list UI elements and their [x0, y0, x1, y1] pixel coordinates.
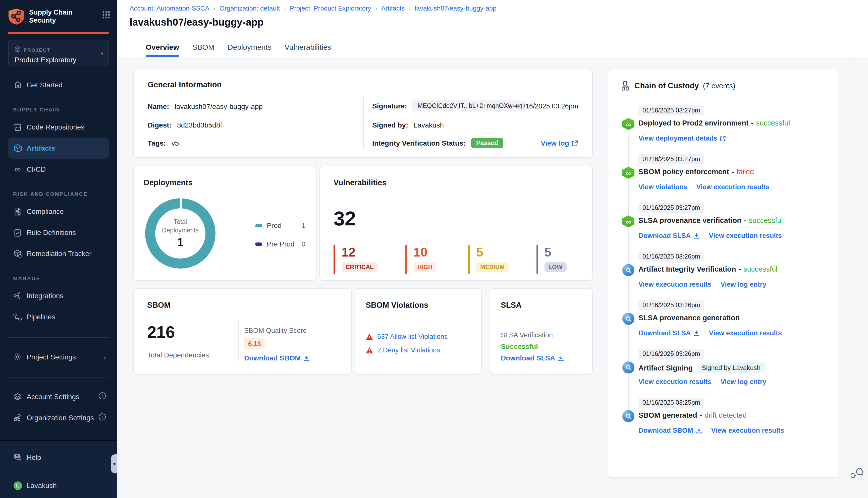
signed-by-label: Signed by:: [372, 121, 408, 129]
card-title: SBOM: [147, 301, 170, 310]
breadcrumb-link[interactable]: Project: Product Exploratory: [290, 4, 371, 12]
artifacts-icon: [13, 144, 22, 153]
sidebar-item-get-started[interactable]: Get Started: [0, 74, 117, 95]
event-title: SLSA provenance verification-successful: [638, 217, 783, 224]
sidebar-item-account-settings[interactable]: Account Settings: [0, 386, 117, 407]
sidebar-item-label: Compliance: [27, 207, 64, 215]
download-sbom-link[interactable]: Download SBOM: [244, 354, 310, 362]
severity-badge: MEDIUM: [476, 262, 509, 272]
sidebar-collapse-handle[interactable]: ◀: [111, 454, 117, 473]
download-icon: [696, 427, 702, 434]
project-selector[interactable]: PROJECT Product Exploratory ›: [8, 40, 109, 66]
download-sbom-link[interactable]: Download SBOM: [638, 427, 702, 434]
app-logo-row: Supply Chain Security: [0, 0, 117, 25]
event-name: SLSA provenance generation: [638, 314, 740, 322]
deployments-card: Deployments TotalDeployments 1 Prod1Pre …: [133, 166, 316, 280]
violation-link[interactable]: 2 Deny list Violations: [377, 346, 440, 354]
pipeline-event-icon: ∞: [622, 167, 634, 179]
sidebar-item-artifacts[interactable]: Artifacts: [8, 137, 109, 159]
slsa-verification-label: SLSA Verification: [501, 331, 553, 339]
sidebar-item-compliance[interactable]: Compliance: [0, 201, 117, 222]
pipeline-event-icon: ∞: [622, 215, 634, 227]
download-icon: [558, 355, 564, 361]
event-name: Deployed to Prod2 environment: [638, 119, 749, 127]
card-title: Deployments: [144, 178, 193, 187]
download-icon: [694, 233, 700, 239]
view-violations-link[interactable]: View violations: [638, 183, 687, 191]
event-title: Artifact SigningSigned by Lavakush: [638, 363, 765, 373]
app-title: Supply Chain Security: [29, 8, 73, 25]
tab-sbom[interactable]: SBOM: [192, 37, 214, 57]
event-title: Artifact Integrity Verification-successf…: [638, 265, 777, 273]
page-title: lavakush07/easy-buggy-app: [130, 16, 868, 28]
sidebar-divider: [8, 378, 109, 378]
sidebar-item-organization-settings[interactable]: Organization Settings: [0, 407, 117, 428]
event-status: failed: [737, 168, 754, 176]
signed-by-value: Lavakush: [414, 121, 444, 129]
total-dependencies-label: Total Dependencies: [147, 351, 209, 359]
tab-deployments[interactable]: Deployments: [228, 37, 272, 57]
view-execution-results-link[interactable]: View execution results: [709, 329, 782, 337]
view-execution-results-link[interactable]: View execution results: [638, 280, 712, 288]
view-execution-results-link[interactable]: View execution results: [709, 232, 782, 239]
violation-link[interactable]: 637 Allow list Violations: [377, 333, 448, 340]
sidebar-item-help[interactable]: ? Help: [0, 447, 117, 468]
artifact-name-value: lavakush07/easy-buggy-app: [175, 102, 263, 110]
breadcrumb-link[interactable]: lavakush07/easy-buggy-app: [415, 4, 496, 12]
download-slsa-link[interactable]: Download SLSA: [638, 232, 700, 239]
total-deployments-value: 1: [177, 236, 184, 249]
sidebar-item-label: Artifacts: [27, 144, 55, 152]
event-timestamp: 01/16/2025 03:27pm: [638, 105, 704, 116]
sbom-quality-score-value: 6.13: [244, 338, 265, 350]
code-repositories-icon: [13, 122, 22, 132]
feedback-chat-icon[interactable]: [852, 467, 865, 480]
view-log-link[interactable]: View log: [541, 139, 578, 147]
sidebar-item-pipelines[interactable]: Pipelines: [0, 306, 117, 327]
scan-icon: [625, 413, 632, 419]
sidebar-item-cicd[interactable]: ∞CI/CD: [0, 159, 117, 180]
download-slsa-link[interactable]: Download SLSA: [638, 329, 700, 337]
signature-label: Signature:: [372, 102, 407, 110]
view-execution-results-link[interactable]: View execution results: [711, 427, 785, 434]
warning-icon: [366, 333, 373, 340]
sidebar-item-label: Integrations: [27, 292, 63, 300]
sidebar-item-integrations[interactable]: Integrations: [0, 285, 117, 306]
view-execution-results-link[interactable]: View execution results: [638, 378, 712, 385]
module-grid-icon[interactable]: [103, 11, 110, 21]
severity-count: 10: [413, 246, 441, 259]
view-execution-results-link[interactable]: View execution results: [697, 183, 769, 191]
breadcrumb-link[interactable]: Account: Automation-SSCA: [130, 4, 209, 12]
event-status: successful: [756, 119, 790, 127]
view-log-entry-link[interactable]: View log entry: [721, 280, 766, 288]
breadcrumb-link[interactable]: Artifacts: [381, 4, 405, 12]
digest-value: 8d23bd3b5d8f: [177, 121, 222, 129]
view-deployment-details-link[interactable]: View deployment details: [638, 134, 726, 142]
download-slsa-link[interactable]: Download SLSA: [501, 354, 564, 362]
sidebar-item-code-repositories[interactable]: Code Repositories: [0, 117, 117, 137]
accent-divider: [8, 32, 109, 34]
slsa-card: SLSA SLSA Verification Successful Downlo…: [490, 288, 593, 375]
sidebar-footer: ? Help L Lavakush: [0, 440, 117, 498]
cicd-icon: ∞: [13, 165, 22, 174]
timeline-event: 01/16/2025 03:27pm∞SLSA provenance verif…: [622, 203, 831, 251]
dash: -: [751, 119, 753, 127]
rule-definitions-icon: [13, 228, 22, 237]
event-links: View violationsView execution results: [638, 183, 769, 191]
severity-high: 10HIGH: [405, 245, 441, 274]
sidebar-item-label: Rule Definitions: [27, 228, 76, 236]
sidebar-item-remediation-tracker[interactable]: Remediation Tracker: [0, 243, 117, 264]
info-icon[interactable]: [99, 413, 106, 422]
info-icon[interactable]: [99, 392, 106, 401]
sidebar-item-project-settings[interactable]: Project Settings ›: [0, 346, 117, 367]
tab-overview[interactable]: Overview: [146, 37, 179, 57]
event-timestamp: 01/16/2025 03:25pm: [638, 397, 704, 408]
legend-label: Pre Prod: [267, 240, 295, 248]
digest-label: Digest:: [148, 121, 171, 129]
breadcrumb-link[interactable]: Organization: default: [220, 4, 280, 12]
sidebar-item-rule-definitions[interactable]: Rule Definitions: [0, 222, 117, 243]
view-log-entry-link[interactable]: View log entry: [721, 378, 766, 385]
tab-vulnerabilities[interactable]: Vulnerabilities: [285, 37, 331, 57]
user-menu[interactable]: L Lavakush: [0, 475, 117, 496]
event-links: Download SBOMView execution results: [638, 427, 784, 434]
breadcrumb: Account: Automation-SSCA›Organization: d…: [130, 4, 868, 12]
